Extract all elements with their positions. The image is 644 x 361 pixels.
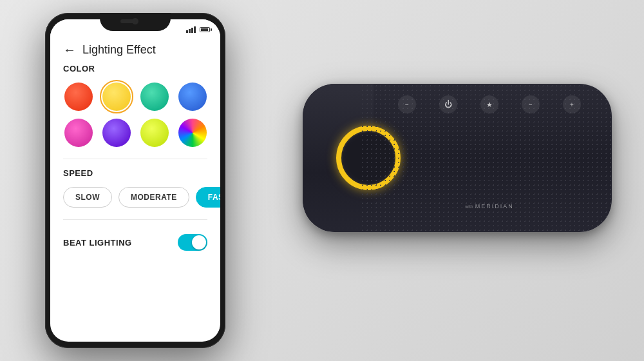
phone-screen: ← Lighting Effect COLOR [50,19,220,342]
signal-bar-2 [189,29,191,33]
speed-section: SPEED SLOW MODERATE FAST [63,168,207,208]
signal-icon [186,26,196,33]
color-dot-pink[interactable] [64,119,93,147]
power-button[interactable]: ⏻ [439,95,457,113]
color-section-label: COLOR [63,64,207,73]
color-dot-red[interactable] [64,83,93,111]
volume-down-button[interactable]: − [398,95,416,113]
speed-section-label: SPEED [63,168,207,178]
color-dot-lime[interactable] [140,119,169,147]
screen-title: Lighting Effect [82,43,156,57]
status-icons [186,26,210,33]
color-dot-yellow[interactable] [102,83,131,111]
beat-lighting-toggle[interactable] [178,234,207,251]
app-content: ← Lighting Effect COLOR [50,37,220,256]
beat-lighting-label: BEAT LIGHTING [63,238,132,248]
color-section: COLOR [63,64,207,147]
phone-notch [100,13,171,31]
divider-2 [63,219,207,220]
battery-fill [201,28,208,31]
top-controls: − ⏻ ★ − + [386,95,592,113]
speaker-image: − ⏻ ★ − + with MERIDIAN [303,84,625,277]
phone-container: ← Lighting Effect COLOR [0,0,270,361]
speed-fast-button[interactable]: FAST [196,187,220,208]
phone-device: ← Lighting Effect COLOR [45,13,225,348]
nav-bar: ← Lighting Effect [63,37,207,64]
color-dot-blue[interactable] [178,83,207,111]
meridian-brand-text: MERIDIAN [475,203,514,210]
battery-icon [200,27,210,32]
color-dot-teal[interactable] [140,83,169,111]
signal-bar-3 [191,28,193,33]
speed-slow-button[interactable]: SLOW [63,187,112,208]
color-grid [63,83,207,147]
meridian-logo: with MERIDIAN [386,203,592,210]
meridian-with-text: with [465,204,473,209]
minus-button[interactable]: − [522,95,540,113]
signal-bar-1 [186,30,188,33]
signal-bar-4 [194,26,196,33]
speed-buttons: SLOW MODERATE FAST [63,187,207,208]
speed-moderate-button[interactable]: MODERATE [118,187,189,208]
bluetooth-button[interactable]: ★ [480,95,498,113]
beat-section: BEAT LIGHTING [63,229,207,256]
color-dot-multicolor[interactable] [178,119,207,147]
divider-1 [63,159,207,159]
color-dot-purple[interactable] [102,119,131,147]
plus-button[interactable]: + [563,95,581,113]
speaker-container: − ⏻ ★ − + with MERIDIAN [283,0,644,361]
speaker-body: − ⏻ ★ − + with MERIDIAN [303,84,612,232]
back-button[interactable]: ← [63,43,76,57]
